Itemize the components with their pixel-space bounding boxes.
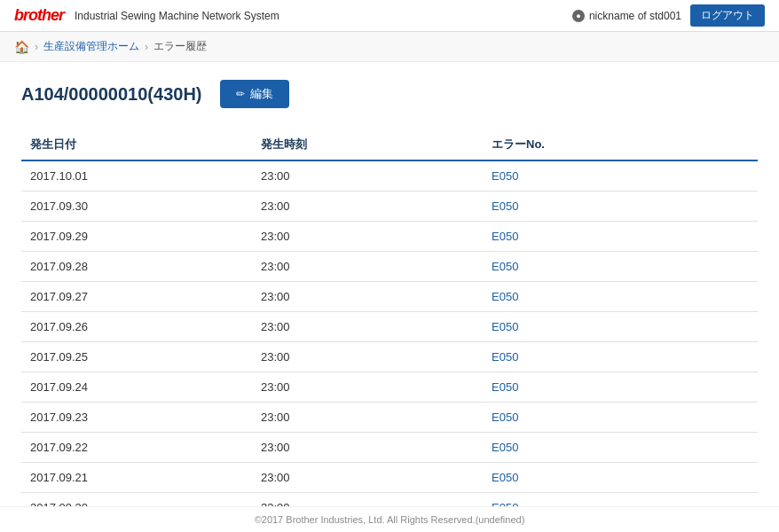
error-link[interactable]: E050 [492,411,518,424]
error-link[interactable]: E050 [492,230,518,243]
table-row: 2017.09.2923:00E050 [21,222,758,252]
breadcrumb-current: エラー履歴 [153,39,207,54]
header-title: Industrial Sewing Machine Network System [75,10,279,22]
page-header: A104/00000010(430H) ✏ 編集 [21,80,758,108]
cell-error: E050 [483,463,758,493]
breadcrumb-sep-1: › [35,41,38,53]
cell-time: 23:00 [252,160,483,192]
user-info: ● nickname of std001 [572,10,681,22]
cell-error: E050 [483,372,758,403]
cell-time: 23:00 [252,342,483,372]
col-date: 発生日付 [21,129,252,160]
table-row: 2017.09.2223:00E050 [21,433,758,463]
cell-date: 2017.09.24 [21,372,252,403]
breadcrumb-sep-2: › [145,41,148,53]
breadcrumb-home-link[interactable]: 生産設備管理ホーム [43,39,139,54]
cell-error: E050 [483,160,758,192]
table-body: 2017.10.0123:00E0502017.09.3023:00E05020… [21,160,758,532]
table-row: 2017.09.2123:00E050 [21,463,758,493]
header-left: brother Industrial Sewing Machine Networ… [14,6,279,25]
cell-error: E050 [483,403,758,433]
cell-date: 2017.09.21 [21,463,252,493]
edit-button[interactable]: ✏ 編集 [220,80,289,108]
cell-date: 2017.09.28 [21,252,252,282]
cell-time: 23:00 [252,463,483,493]
brother-logo: brother [14,6,64,25]
table-row: 2017.09.2323:00E050 [21,403,758,433]
cell-time: 23:00 [252,282,483,312]
cell-error: E050 [483,252,758,282]
table-header-row: 発生日付 発生時刻 エラーNo. [21,129,758,160]
cell-time: 23:00 [252,192,483,222]
header: brother Industrial Sewing Machine Networ… [0,0,779,32]
breadcrumb: 🏠 › 生産設備管理ホーム › エラー履歴 [0,32,779,62]
error-link[interactable]: E050 [492,260,518,273]
cell-date: 2017.09.29 [21,222,252,252]
cell-date: 2017.09.23 [21,403,252,433]
error-link[interactable]: E050 [492,290,518,303]
table-row: 2017.09.2823:00E050 [21,252,758,282]
table-row: 2017.09.2523:00E050 [21,342,758,372]
col-error: エラーNo. [483,129,758,160]
error-link[interactable]: E050 [492,350,518,364]
error-link[interactable]: E050 [492,441,518,454]
edit-icon: ✏ [236,88,245,100]
table-row: 2017.09.2423:00E050 [21,372,758,403]
table-row: 2017.10.0123:00E050 [21,160,758,192]
cell-date: 2017.09.27 [21,282,252,312]
cell-error: E050 [483,342,758,372]
error-link[interactable]: E050 [492,169,518,183]
cell-time: 23:00 [252,433,483,463]
error-link[interactable]: E050 [492,380,518,394]
user-name: nickname of std001 [589,10,681,22]
col-time: 発生時刻 [252,129,483,160]
cell-date: 2017.10.01 [21,160,252,192]
edit-label: 編集 [250,86,273,102]
error-link[interactable]: E050 [492,471,518,484]
table-wrapper[interactable]: 発生日付 発生時刻 エラーNo. 2017.10.0123:00E0502017… [21,129,758,532]
cell-date: 2017.09.26 [21,312,252,342]
table-row: 2017.09.3023:00E050 [21,192,758,222]
table-row: 2017.09.2623:00E050 [21,312,758,342]
cell-time: 23:00 [252,312,483,342]
cell-time: 23:00 [252,403,483,433]
cell-error: E050 [483,222,758,252]
cell-time: 23:00 [252,252,483,282]
main-content: A104/00000010(430H) ✏ 編集 発生日付 発生時刻 エラーNo… [0,62,779,532]
cell-error: E050 [483,433,758,463]
logout-button[interactable]: ログアウト [690,4,765,27]
error-link[interactable]: E050 [492,320,518,333]
user-icon: ● [572,10,585,22]
cell-error: E050 [483,282,758,312]
cell-time: 23:00 [252,222,483,252]
table-row: 2017.09.2723:00E050 [21,282,758,312]
cell-error: E050 [483,192,758,222]
error-table: 発生日付 発生時刻 エラーNo. 2017.10.0123:00E0502017… [21,129,758,532]
table-header: 発生日付 発生時刻 エラーNo. [21,129,758,160]
cell-date: 2017.09.30 [21,192,252,222]
page-title: A104/00000010(430H) [21,84,202,105]
cell-time: 23:00 [252,372,483,403]
home-icon: 🏠 [14,40,29,54]
cell-date: 2017.09.22 [21,433,252,463]
header-right: ● nickname of std001 ログアウト [572,4,765,27]
cell-date: 2017.09.25 [21,342,252,372]
cell-error: E050 [483,312,758,342]
footer: ©2017 Brother Industries, Ltd. All Right… [0,506,779,532]
error-link[interactable]: E050 [492,200,518,213]
footer-text: ©2017 Brother Industries, Ltd. All Right… [255,514,525,525]
